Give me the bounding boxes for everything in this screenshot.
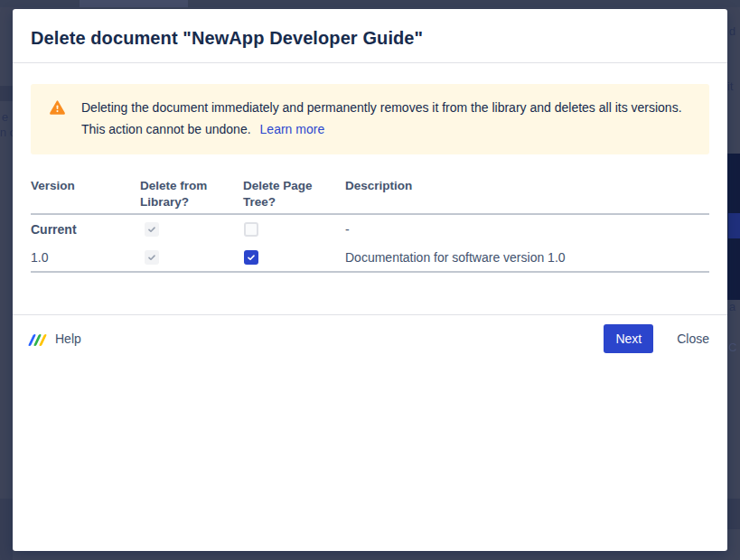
description-cell: Documentation for software version 1.0 bbox=[345, 250, 709, 265]
description-cell: - bbox=[345, 222, 709, 237]
occluded-text-fragment: e bbox=[2, 111, 13, 123]
delete-page-tree-checkbox[interactable] bbox=[244, 250, 258, 265]
column-header-delete-page-tree: Delete Page Tree? bbox=[243, 178, 345, 210]
k15t-logo-icon bbox=[31, 332, 51, 346]
help-label: Help bbox=[55, 331, 81, 346]
occluded-text-fragment: C bbox=[728, 341, 740, 353]
backdrop-sidebar-accent bbox=[728, 213, 740, 238]
warning-text: Deleting the document immediately and pe… bbox=[81, 97, 691, 140]
backdrop-top-highlight bbox=[80, 0, 188, 7]
occluded-text-fragment: a bbox=[729, 301, 740, 313]
delete-page-tree-cell bbox=[243, 250, 345, 265]
delete-from-library-cell bbox=[140, 222, 243, 237]
learn-more-link[interactable]: Learn more bbox=[260, 122, 325, 136]
dialog-title: Delete document "NewApp Developer Guide" bbox=[31, 28, 423, 49]
close-button[interactable]: Close bbox=[677, 331, 709, 346]
occluded-text-fragment: d bbox=[729, 25, 740, 37]
delete-document-dialog: Delete document "NewApp Developer Guide"… bbox=[13, 9, 727, 551]
delete-page-tree-checkbox[interactable] bbox=[244, 222, 258, 237]
versions-table: Version Delete from Library? Delete Page… bbox=[31, 178, 709, 273]
column-header-description: Description bbox=[345, 178, 709, 210]
column-header-delete-from-library: Delete from Library? bbox=[140, 178, 243, 210]
table-row: Current - bbox=[31, 215, 709, 243]
table-row: 1.0 Documentation for software version 1… bbox=[31, 243, 709, 271]
column-header-version: Version bbox=[31, 178, 140, 210]
warning-message: Deleting the document immediately and pe… bbox=[81, 100, 682, 136]
version-cell: Current bbox=[31, 222, 140, 237]
table-header-row: Version Delete from Library? Delete Page… bbox=[31, 178, 709, 215]
dialog-footer: Help Next Close bbox=[13, 314, 727, 362]
check-icon bbox=[247, 253, 256, 262]
warning-banner: Deleting the document immediately and pe… bbox=[31, 84, 709, 154]
next-button[interactable]: Next bbox=[604, 324, 653, 353]
occluded-text-fragment: it bbox=[727, 80, 740, 92]
warning-triangle-icon bbox=[50, 100, 65, 115]
delete-page-tree-cell bbox=[243, 222, 345, 237]
occluded-text-fragment: n o bbox=[0, 126, 13, 138]
delete-from-library-checkbox bbox=[145, 222, 159, 237]
help-link[interactable]: Help bbox=[31, 331, 81, 346]
version-cell: 1.0 bbox=[31, 250, 140, 265]
dialog-body: Deleting the document immediately and pe… bbox=[13, 84, 727, 273]
check-icon bbox=[147, 225, 156, 234]
table-body: Current - 1.0 bbox=[31, 215, 709, 273]
check-icon bbox=[147, 253, 156, 262]
backdrop-right-bottom-block bbox=[727, 499, 740, 529]
delete-from-library-cell bbox=[140, 250, 243, 265]
footer-actions: Next Close bbox=[604, 324, 709, 353]
dialog-header: Delete document "NewApp Developer Guide" bbox=[13, 9, 727, 63]
delete-from-library-checkbox bbox=[145, 250, 159, 265]
backdrop-left-bottom-block bbox=[0, 499, 13, 560]
backdrop-left-block bbox=[0, 86, 13, 101]
